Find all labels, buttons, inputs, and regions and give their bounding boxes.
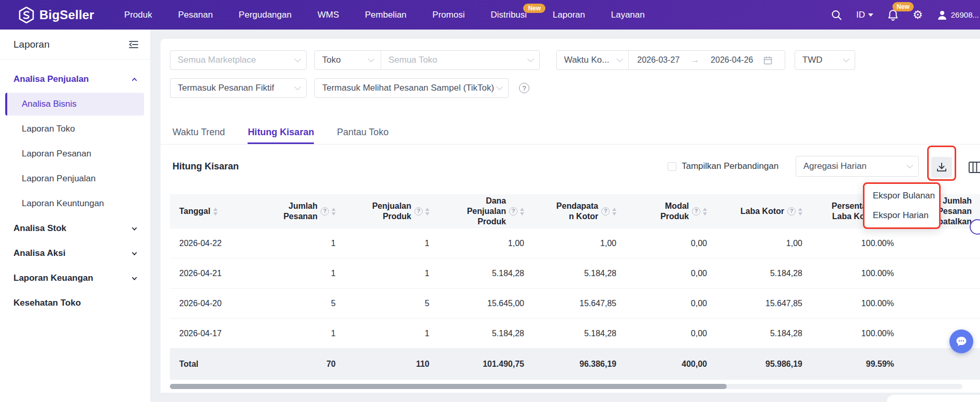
help-icon[interactable]: ? [601, 207, 610, 216]
nav-item-layanan[interactable]: Layanan [611, 10, 644, 20]
column-header-penjualan-produk[interactable]: Penjualan Produk? [344, 201, 438, 222]
column-header-tanggal[interactable]: Tanggal [170, 206, 253, 217]
help-icon[interactable]: ? [414, 207, 423, 216]
brand-logo[interactable]: BigSeller [19, 7, 94, 23]
nav-item-promosi[interactable]: Promosi [433, 10, 465, 20]
table-cell: 5.184,28 [532, 269, 625, 278]
column-header-pendapatan-kotor[interactable]: Pendapatan Kotor? [532, 201, 625, 222]
total-cell: 99.59% [811, 360, 902, 369]
chevron-down-icon [294, 83, 301, 90]
table-cell: 1,00 [532, 239, 625, 248]
table-cell: 5.184,28 [532, 329, 625, 338]
column-header-dana-penjualan-produk[interactable]: Dana Penjualan Produk? [438, 196, 532, 227]
sidebar-item-laporan-keuntungan[interactable]: Laporan Keuntungan [0, 191, 150, 216]
marketplace-select[interactable]: Semua Marketplace [170, 50, 307, 70]
chevron-up-icon [131, 76, 138, 83]
gear-icon[interactable]: ⚙ [913, 9, 923, 21]
language-selector[interactable]: ID [856, 10, 873, 20]
new-badge: New [523, 4, 545, 13]
currency-value: TWD [802, 55, 823, 65]
table-cell: 0,00 [625, 329, 715, 338]
menu-item-ekspor-harian[interactable]: Ekspor Harian [864, 206, 939, 225]
aggregation-select[interactable]: Agregasi Harian [796, 156, 919, 177]
sidebar-item-analisa-stok[interactable]: Analisa Stok [0, 216, 150, 241]
table-cell: 1,00 [438, 239, 532, 248]
collapse-sidebar-icon[interactable] [128, 40, 139, 49]
aggregation-value: Agregasi Harian [803, 161, 867, 171]
tab-bar: Waktu TrendHitung KisaranPantau Toko [161, 122, 980, 145]
export-download-button[interactable] [931, 157, 952, 178]
user-account[interactable]: 26908... [937, 10, 979, 20]
scrollbar-thumb[interactable] [170, 384, 727, 389]
sample-order-select[interactable]: Termasuk Melihat Pesanan Sampel (TikTok) [314, 78, 509, 98]
nav-item-pesanan[interactable]: Pesanan [178, 10, 213, 20]
sidebar-item-laporan-keuangan[interactable]: Laporan Keuangan [0, 266, 150, 291]
sidebar-item-kesehatan-toko[interactable]: Kesehatan Toko [0, 291, 150, 315]
corner-widget-edge [887, 395, 980, 402]
sidebar-item-laporan-penjualan[interactable]: Laporan Penjualan [0, 166, 150, 191]
table-cell: 15.645,00 [438, 299, 532, 308]
tab-waktu-trend[interactable]: Waktu Trend [172, 122, 225, 144]
user-icon [937, 10, 947, 20]
table-body: 2026-04-22111,001,000,001,00100.00%2026-… [170, 228, 980, 349]
bigseller-logo-icon [19, 7, 34, 23]
sidebar-item-label: Laporan Toko [22, 124, 75, 134]
sort-icon[interactable] [213, 208, 218, 216]
comparison-checkbox[interactable] [668, 162, 676, 171]
sidebar-item-analisa-bisnis[interactable]: Analisa Bisnis [5, 93, 144, 116]
table-cell: 5.184,28 [438, 269, 532, 278]
nav-item-pembelian[interactable]: Pembelian [365, 10, 406, 20]
table-cell: 5.184,28 [715, 329, 811, 338]
nav-item-wms[interactable]: WMS [318, 10, 339, 20]
chat-support-button[interactable] [949, 329, 973, 353]
nav-item-pergudangan[interactable]: Pergudangan [239, 10, 292, 20]
table-cell: 1 [253, 239, 344, 248]
column-header-laba-kotor[interactable]: Laba Kotor? [715, 206, 811, 217]
nav-item-label: Pesanan [178, 10, 213, 20]
horizontal-scrollbar[interactable] [170, 384, 962, 389]
column-header-modal-produk[interactable]: Modal Produk? [625, 201, 715, 222]
menu-item-ekspor-bulanan[interactable]: Ekspor Bulanan [864, 186, 939, 206]
help-icon[interactable]: ? [321, 207, 329, 216]
shop-select-group[interactable]: Toko Semua Toko [314, 50, 540, 70]
help-icon[interactable]: ? [509, 207, 517, 216]
show-comparison-toggle[interactable]: Tampilkan Perbandingan [668, 161, 779, 171]
header-icons: ? [414, 207, 429, 216]
nav-item-laporan[interactable]: Laporan [553, 10, 585, 20]
nav-item-distribusi[interactable]: DistribusiNew [491, 10, 527, 20]
header-icons: ? [321, 207, 336, 216]
search-icon[interactable] [831, 9, 842, 21]
sidebar-item-analisa-aksi[interactable]: Analisa Aksi [0, 241, 150, 266]
column-header-label: Modal Produk [657, 201, 689, 222]
header-icons [213, 208, 218, 216]
notifications-button[interactable]: New [887, 9, 899, 21]
notification-new-badge: New [892, 2, 914, 11]
nav-item-produk[interactable]: Produk [124, 10, 152, 20]
column-header-jumlah-pesanan[interactable]: Jumlah Pesanan? [253, 201, 344, 222]
table-cell: 100.00% [811, 269, 902, 278]
sort-icon[interactable] [520, 208, 524, 216]
table-cell: 1 [344, 329, 438, 338]
chevron-down-icon [131, 275, 138, 282]
sidebar-item-analisa-penjualan[interactable]: Analisa Penjualan [0, 67, 150, 92]
sidebar-item-laporan-toko[interactable]: Laporan Toko [0, 117, 150, 141]
sort-icon[interactable] [612, 208, 616, 216]
tab-hitung-kisaran[interactable]: Hitung Kisaran [248, 122, 314, 144]
sort-icon[interactable] [798, 208, 802, 216]
date-range-picker[interactable]: 2026-03-27 → 2026-04-26 [629, 55, 753, 65]
chevron-down-icon [368, 55, 374, 62]
help-icon[interactable]: ? [787, 207, 796, 216]
help-icon[interactable]: ? [519, 83, 529, 93]
time-range-group[interactable]: Waktu Ko... 2026-03-27 → 2026-04-26 [556, 50, 785, 70]
sort-icon[interactable] [425, 208, 429, 216]
nav-menu: ProdukPesananPergudanganWMSPembelianProm… [124, 10, 645, 20]
currency-select[interactable]: TWD [795, 50, 855, 70]
tab-pantau-toko[interactable]: Pantau Toko [337, 122, 388, 144]
sort-icon[interactable] [703, 208, 707, 216]
sidebar-title: Laporan [13, 39, 50, 50]
sort-icon[interactable] [332, 208, 336, 216]
column-settings-button[interactable] [968, 160, 980, 175]
help-icon[interactable]: ? [692, 207, 700, 216]
fictitious-order-select[interactable]: Termasuk Pesanan Fiktif [170, 78, 307, 98]
sidebar-item-laporan-pesanan[interactable]: Laporan Pesanan [0, 141, 150, 166]
